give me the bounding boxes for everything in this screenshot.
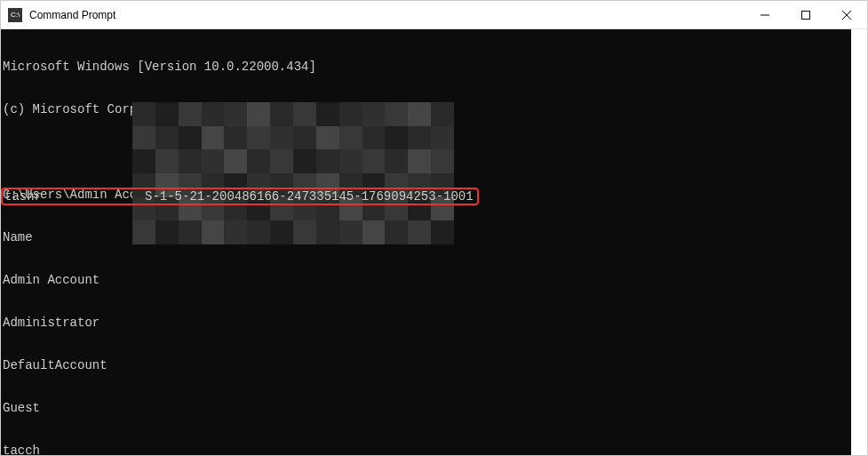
account-name: Admin Account: [3, 273, 145, 287]
account-name: Administrator: [3, 316, 145, 330]
table-row: DefaultAccount: [3, 358, 851, 372]
svg-rect-1: [802, 11, 810, 19]
minimize-button[interactable]: [745, 1, 785, 28]
close-icon: [842, 11, 851, 20]
cmd-icon: C:\: [8, 8, 22, 22]
account-name: DefaultAccount: [3, 358, 145, 372]
account-name: Guest: [3, 401, 145, 415]
titlebar[interactable]: C:\ Command Prompt: [1, 1, 867, 29]
table-row: Administrator: [3, 316, 851, 330]
window-title: Command Prompt: [29, 9, 745, 21]
table-row: Guest: [3, 401, 851, 415]
redacted-sid-block: [132, 102, 454, 244]
close-button[interactable]: [826, 1, 867, 28]
terminal-area[interactable]: Microsoft Windows [Version 10.0.22000.43…: [1, 29, 867, 455]
banner-line-1: Microsoft Windows [Version 10.0.22000.43…: [3, 60, 851, 74]
header-name: Name: [3, 230, 145, 244]
table-row: tacch: [3, 444, 851, 455]
table-row: Admin Account: [3, 273, 851, 287]
minimize-icon: [760, 11, 769, 20]
window-controls: [745, 1, 867, 28]
command-prompt-window: C:\ Command Prompt Microsoft Windows [Ve…: [0, 0, 868, 456]
maximize-icon: [801, 11, 810, 20]
maximize-button[interactable]: [785, 1, 826, 28]
account-name: tacch: [3, 444, 145, 455]
